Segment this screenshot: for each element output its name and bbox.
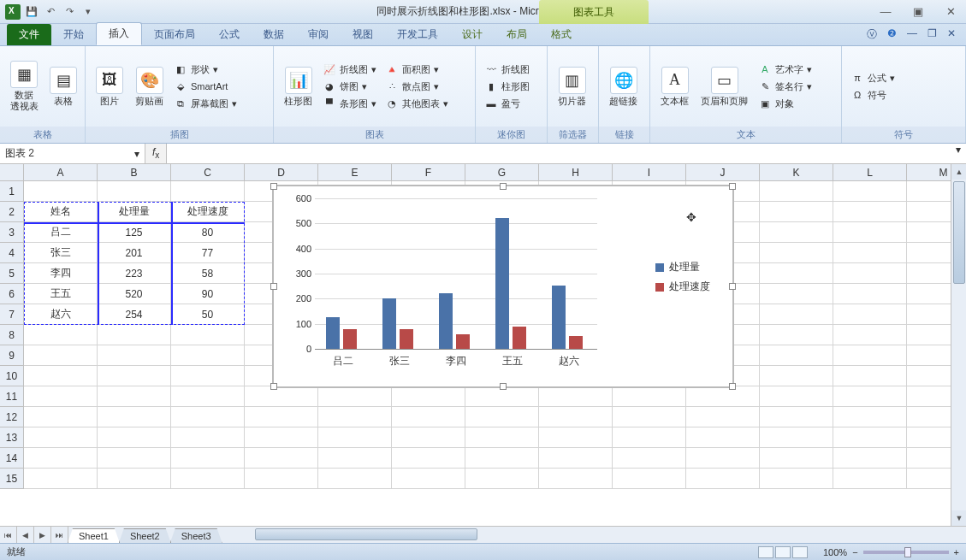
- zoom-in-icon[interactable]: +: [954, 547, 959, 557]
- horizontal-scrollbar[interactable]: [240, 527, 966, 543]
- worksheet-grid[interactable]: ABCDEFGHIJKLM 123456789101112131415 姓名处理…: [0, 164, 966, 526]
- cell[interactable]: 254: [98, 304, 171, 325]
- tab-view[interactable]: 视图: [341, 24, 385, 45]
- row-header[interactable]: 12: [0, 407, 24, 427]
- cell[interactable]: [171, 181, 245, 202]
- col-header[interactable]: L: [833, 164, 907, 181]
- cell[interactable]: [613, 427, 686, 448]
- cell[interactable]: 201: [98, 243, 171, 263]
- cell[interactable]: [98, 407, 171, 427]
- cell[interactable]: [24, 366, 98, 386]
- cell[interactable]: 赵六: [24, 304, 98, 325]
- cell[interactable]: [24, 407, 98, 427]
- tab-layout[interactable]: 布局: [495, 24, 539, 45]
- hyperlink-button[interactable]: 🌐超链接: [606, 65, 641, 109]
- cell[interactable]: 80: [171, 222, 245, 243]
- sheet-nav-first-icon[interactable]: ⏮: [0, 527, 17, 543]
- row-header[interactable]: 8: [0, 325, 24, 345]
- sheet-nav-last-icon[interactable]: ⏭: [51, 527, 68, 543]
- scroll-up-icon[interactable]: ▲: [951, 164, 966, 180]
- cell[interactable]: [833, 202, 907, 222]
- cell[interactable]: [98, 448, 171, 469]
- cell[interactable]: [686, 407, 760, 427]
- cell[interactable]: [171, 469, 245, 489]
- row-header[interactable]: 3: [0, 222, 24, 243]
- embedded-chart[interactable]: ✥ 0100200300400500600吕二张三李四王五赵六 处理量处理速度: [272, 185, 734, 388]
- view-pagelayout-icon[interactable]: [775, 546, 791, 558]
- chart-bar[interactable]: [439, 293, 453, 349]
- cell[interactable]: [98, 469, 171, 489]
- scroll-down-icon[interactable]: ▼: [951, 510, 966, 526]
- qat-redo-icon[interactable]: ↷: [62, 4, 77, 20]
- cell[interactable]: [171, 386, 245, 407]
- cell[interactable]: [760, 263, 833, 284]
- cell[interactable]: [760, 243, 833, 263]
- textbox-button[interactable]: A文本框: [657, 65, 692, 109]
- cell[interactable]: [760, 366, 833, 386]
- wb-close-icon[interactable]: ✕: [947, 27, 956, 42]
- cell[interactable]: [465, 407, 539, 427]
- smartart-button[interactable]: ⬙SmartArt: [172, 79, 239, 94]
- cell[interactable]: [686, 448, 760, 469]
- cell[interactable]: 125: [98, 222, 171, 243]
- pie-chart-button[interactable]: ◕饼图 ▾: [321, 79, 378, 94]
- col-header[interactable]: J: [686, 164, 760, 181]
- cell[interactable]: 李四: [24, 263, 98, 284]
- table-button[interactable]: ▤表格: [46, 65, 80, 109]
- cell[interactable]: [392, 469, 465, 489]
- minimize-icon[interactable]: ―: [877, 5, 894, 19]
- symbol-button[interactable]: Ω符号: [849, 87, 897, 103]
- cell[interactable]: [318, 448, 392, 469]
- col-header[interactable]: I: [613, 164, 686, 181]
- cell[interactable]: [392, 448, 465, 469]
- row-header[interactable]: 13: [0, 427, 24, 448]
- cell[interactable]: 77: [171, 243, 245, 263]
- qat-undo-icon[interactable]: ↶: [43, 4, 58, 20]
- scroll-thumb[interactable]: [953, 181, 965, 284]
- tab-file[interactable]: 文件: [7, 24, 51, 45]
- sparkline-winloss-button[interactable]: ▬盈亏: [483, 96, 531, 111]
- cell[interactable]: [318, 386, 392, 407]
- cell[interactable]: [833, 345, 907, 366]
- row-header[interactable]: 11: [0, 386, 24, 407]
- cell[interactable]: [245, 427, 318, 448]
- name-box[interactable]: 图表 2▾: [0, 144, 145, 163]
- cell[interactable]: [24, 345, 98, 366]
- sparkline-column-button[interactable]: ▮柱形图: [483, 79, 531, 94]
- cell[interactable]: [171, 448, 245, 469]
- col-header[interactable]: H: [539, 164, 613, 181]
- chart-bar[interactable]: [456, 334, 470, 349]
- cell[interactable]: [760, 448, 833, 469]
- cell[interactable]: [465, 448, 539, 469]
- cell[interactable]: [833, 407, 907, 427]
- col-header[interactable]: C: [171, 164, 245, 181]
- cell[interactable]: [613, 469, 686, 489]
- cell[interactable]: [833, 222, 907, 243]
- cell[interactable]: [833, 263, 907, 284]
- cell[interactable]: 王五: [24, 284, 98, 304]
- row-header[interactable]: 6: [0, 284, 24, 304]
- cell[interactable]: 58: [171, 263, 245, 284]
- sparkline-line-button[interactable]: 〰折线图: [483, 62, 531, 77]
- cell[interactable]: [465, 427, 539, 448]
- cell[interactable]: [686, 386, 760, 407]
- sheet-tab[interactable]: Sheet3: [170, 528, 222, 543]
- cell[interactable]: [98, 345, 171, 366]
- headerfooter-button[interactable]: ▭页眉和页脚: [697, 65, 751, 109]
- cell[interactable]: [613, 386, 686, 407]
- pivot-table-button[interactable]: ▦数据 透视表: [7, 59, 41, 114]
- sigline-button[interactable]: ✎签名行 ▾: [756, 79, 814, 94]
- cell[interactable]: [98, 366, 171, 386]
- row-header[interactable]: 1: [0, 181, 24, 202]
- row-header[interactable]: 2: [0, 202, 24, 222]
- equation-button[interactable]: π公式 ▾: [849, 70, 897, 85]
- tab-data[interactable]: 数据: [252, 24, 296, 45]
- chart-bar[interactable]: [326, 317, 340, 349]
- cell[interactable]: [98, 325, 171, 345]
- row-header[interactable]: 4: [0, 243, 24, 263]
- other-chart-button[interactable]: ◔其他图表 ▾: [383, 96, 450, 111]
- row-header[interactable]: 7: [0, 304, 24, 325]
- cell[interactable]: [760, 202, 833, 222]
- row-header[interactable]: 10: [0, 366, 24, 386]
- cell[interactable]: [833, 243, 907, 263]
